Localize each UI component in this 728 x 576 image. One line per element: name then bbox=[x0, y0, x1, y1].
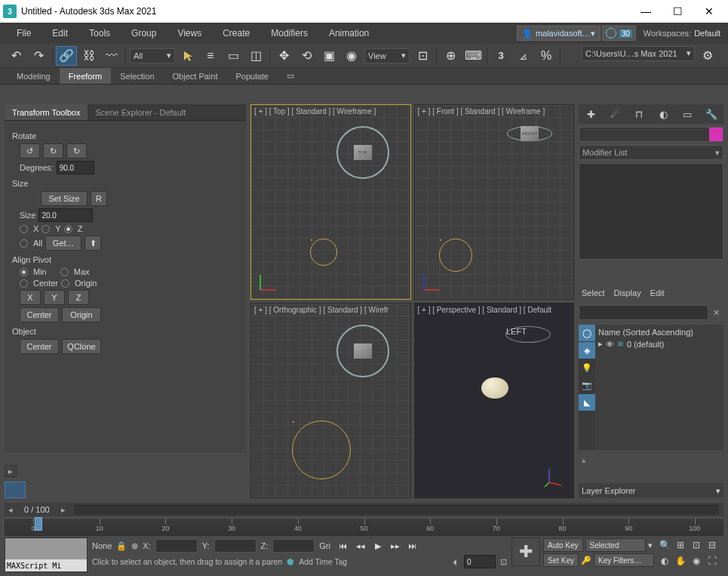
set-key-button[interactable]: Set Key bbox=[543, 553, 579, 567]
modifier-list-dropdown[interactable]: Modifier List▾ bbox=[579, 145, 723, 160]
sphere-shaded[interactable] bbox=[481, 377, 508, 399]
object-name-field[interactable] bbox=[579, 127, 723, 142]
viewcube-front[interactable]: FRONT bbox=[507, 126, 552, 141]
degrees-input[interactable]: 90.0 bbox=[57, 161, 94, 174]
scale-button[interactable]: ▣ bbox=[318, 46, 339, 66]
coord-z-input[interactable] bbox=[272, 539, 315, 553]
time-marker[interactable] bbox=[35, 517, 42, 531]
color-swatch[interactable] bbox=[709, 128, 723, 141]
panel-expand-button[interactable]: ▸ bbox=[5, 465, 17, 477]
key-filters-button[interactable]: Key Filters… bbox=[594, 553, 654, 567]
object-center-button[interactable]: Center bbox=[20, 339, 59, 354]
set-size-button[interactable]: Set Size bbox=[41, 191, 88, 206]
zoom-button[interactable]: 🔍 bbox=[657, 537, 672, 553]
placement-button[interactable]: ◉ bbox=[341, 46, 362, 66]
goto-start-button[interactable]: ⏮ bbox=[335, 538, 352, 553]
user-account-dropdown[interactable]: 👤malavidasoft… ▾ bbox=[517, 26, 601, 41]
clear-search-button[interactable]: ✕ bbox=[708, 305, 723, 320]
utilities-tab-icon[interactable]: 🔧 bbox=[702, 106, 720, 122]
align-max-radio[interactable] bbox=[60, 268, 69, 276]
bind-button[interactable]: 〰 bbox=[101, 46, 122, 66]
prev-frame-button[interactable]: ◂◂ bbox=[352, 538, 369, 553]
menu-modifiers[interactable]: Modifiers bbox=[260, 23, 318, 44]
maximize-viewport-button[interactable]: ⛶ bbox=[705, 553, 720, 568]
viewcube-ortho[interactable] bbox=[336, 325, 389, 377]
ribbon-selection[interactable]: Selection bbox=[111, 68, 163, 84]
window-crossing-button[interactable]: ◫ bbox=[245, 46, 266, 66]
display-tab-icon[interactable]: ▭ bbox=[678, 106, 696, 122]
ribbon-object-paint[interactable]: Object Paint bbox=[164, 68, 227, 84]
menu-animation[interactable]: Animation bbox=[318, 23, 379, 44]
align-center-radio[interactable] bbox=[20, 279, 28, 288]
scroll-up-icon[interactable]: ▴ bbox=[582, 455, 586, 465]
time-config-icon[interactable]: ⊡ bbox=[500, 557, 507, 566]
close-button[interactable]: ✕ bbox=[693, 1, 725, 22]
eye-icon[interactable]: 👁 bbox=[606, 340, 614, 349]
menu-edit[interactable]: Edit bbox=[41, 23, 78, 44]
link-button[interactable]: 🔗 bbox=[56, 46, 77, 66]
tag-icon[interactable]: ⬢ bbox=[287, 557, 294, 566]
scene-btn-4[interactable]: 📷 bbox=[579, 377, 595, 393]
set-key-large-button[interactable]: ✚ bbox=[511, 537, 540, 566]
hierarchy-tab-icon[interactable]: ⊓ bbox=[630, 106, 648, 122]
keyboard-button[interactable]: ⌨ bbox=[462, 46, 484, 66]
menu-views[interactable]: Views bbox=[167, 23, 212, 44]
scene-btn-3[interactable]: 💡 bbox=[579, 359, 595, 376]
rotate-flip-button[interactable]: ↻ bbox=[43, 143, 63, 159]
time-prev-button[interactable]: ◂ bbox=[5, 505, 17, 515]
align-z-button[interactable]: Z bbox=[68, 290, 89, 305]
get-button[interactable]: Get… bbox=[45, 236, 81, 251]
zoom-extents-button[interactable]: ⊡ bbox=[689, 537, 704, 553]
align-center-button[interactable]: Center bbox=[20, 307, 59, 322]
size-input[interactable]: 20.0 bbox=[38, 208, 93, 222]
percent-snap-button[interactable]: % bbox=[536, 46, 557, 66]
ref-coord-dropdown[interactable]: View▾ bbox=[364, 48, 410, 63]
coord-x-input[interactable] bbox=[155, 539, 198, 553]
viewcube-persp[interactable]: LEFT bbox=[505, 326, 551, 343]
rotate-cw-button[interactable]: ↻ bbox=[66, 143, 87, 159]
scene-btn-2[interactable]: ◈ bbox=[579, 342, 595, 359]
viewport-top[interactable]: [ + ] [ Top ] [ Standard ] [ Wireframe ]… bbox=[250, 104, 411, 300]
orbit-button[interactable]: ◉ bbox=[689, 553, 704, 568]
align-origin-radio[interactable] bbox=[61, 279, 69, 288]
manipulate-button[interactable]: ⊕ bbox=[440, 46, 461, 66]
fov-button[interactable]: ◐ bbox=[657, 553, 672, 568]
current-frame-input[interactable]: 0 bbox=[464, 555, 496, 568]
play-button[interactable]: ▶ bbox=[370, 538, 386, 553]
tab-scene-explorer[interactable]: Scene Explorer - Default bbox=[88, 104, 193, 120]
viewport-front[interactable]: [ + ] [ Front ] [ Standard ] [ Wireframe… bbox=[414, 104, 575, 300]
autosave-time[interactable]: 30 bbox=[602, 26, 636, 41]
arrow-up-button[interactable]: ⬆ bbox=[84, 236, 101, 251]
align-min-radio[interactable] bbox=[20, 268, 28, 276]
layer-row-default[interactable]: ▸ 👁 ≋ 0 (default) bbox=[598, 338, 720, 350]
tab-transform-toolbox[interactable]: Transform Toolbox bbox=[5, 104, 88, 120]
ribbon-modeling[interactable]: Modeling bbox=[8, 68, 60, 84]
next-frame-button[interactable]: ▸▸ bbox=[387, 538, 404, 553]
reset-size-button[interactable]: R bbox=[91, 191, 107, 206]
move-button[interactable]: ✥ bbox=[273, 46, 294, 66]
select-rect-button[interactable]: ▭ bbox=[223, 46, 244, 66]
path-config-button[interactable]: ⚙ bbox=[697, 46, 718, 66]
viewcube-top[interactable]: TOP bbox=[336, 126, 389, 179]
scene-btn-5[interactable]: ◣ bbox=[579, 394, 595, 411]
key-mode-dropdown[interactable]: Selected bbox=[585, 538, 646, 552]
coord-icon[interactable]: ⊗ bbox=[131, 541, 138, 551]
sphere-object[interactable] bbox=[292, 420, 351, 479]
minimize-button[interactable]: ― bbox=[630, 1, 662, 22]
selection-filter-dropdown[interactable]: All▾ bbox=[130, 48, 175, 63]
key-opts-icon[interactable]: ▾ bbox=[648, 541, 653, 550]
viewport-layout-button[interactable] bbox=[5, 482, 26, 498]
name-column-header[interactable]: Name (Sorted Ascending) bbox=[598, 326, 720, 338]
sphere-object[interactable] bbox=[439, 239, 472, 272]
axis-y-radio[interactable] bbox=[41, 225, 50, 233]
angle-snap-button[interactable]: ⦞ bbox=[513, 46, 534, 66]
axis-z-radio[interactable] bbox=[64, 225, 72, 233]
motion-tab-icon[interactable]: ◐ bbox=[654, 106, 672, 122]
scene-select-tab[interactable]: Select bbox=[582, 288, 605, 297]
axis-all-radio[interactable] bbox=[20, 239, 28, 248]
time-slider[interactable] bbox=[74, 504, 719, 515]
maximize-button[interactable]: ☐ bbox=[662, 1, 693, 22]
use-pivot-button[interactable]: ⊡ bbox=[412, 46, 433, 66]
scene-edit-tab[interactable]: Edit bbox=[650, 288, 665, 297]
select-by-name-button[interactable]: ≡ bbox=[200, 46, 221, 66]
